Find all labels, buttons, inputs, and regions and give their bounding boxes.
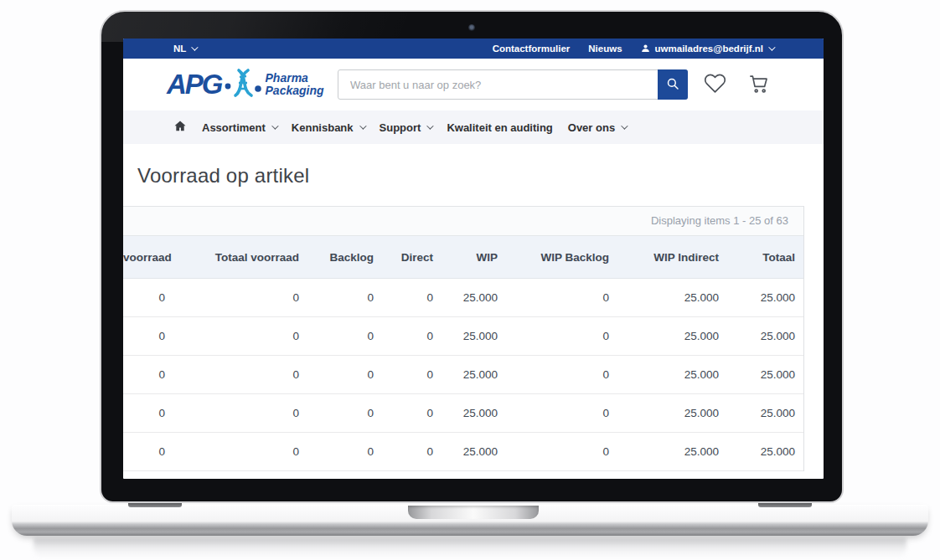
browser-viewport: NL Contactformulier Nieuws uwmailadres@b…	[123, 39, 824, 479]
chevron-down-icon	[768, 44, 775, 50]
table-cell: 25.000	[617, 433, 727, 471]
cart-icon	[747, 85, 770, 97]
stock-table-card: Displaying items 1 - 25 of 63 voorraadTo…	[123, 206, 804, 471]
lid-notch	[408, 506, 539, 519]
language-selector[interactable]: NL	[173, 44, 196, 54]
home-icon	[173, 120, 187, 135]
column-header[interactable]: WIP Backlog	[506, 236, 617, 279]
table-cell: 25.000	[442, 433, 506, 471]
table-cell: 0	[123, 356, 173, 394]
table-cell: 0	[173, 394, 307, 433]
chevron-down-icon	[359, 122, 366, 129]
column-header[interactable]: Backlog	[307, 236, 382, 279]
table-cell: 25.000	[727, 317, 803, 356]
table-cell: 25.000	[617, 356, 727, 394]
table-cell: 25.000	[442, 356, 506, 394]
nav-item-label: Support	[380, 121, 421, 134]
column-header[interactable]: Totaal voorraad	[173, 236, 307, 279]
table-cell: 0	[173, 433, 307, 471]
table-cell: 25.000	[727, 433, 803, 471]
table-cell: 0	[307, 433, 382, 471]
account-menu[interactable]: uwmailadres@bedrijf.nl	[641, 44, 773, 54]
table-row: 000025.000025.00025.000	[123, 279, 803, 317]
table-cell: 0	[307, 317, 382, 356]
laptop-bezel: NL Contactformulier Nieuws uwmailadres@b…	[100, 10, 844, 503]
heart-icon	[704, 85, 726, 97]
chevron-down-icon	[192, 44, 199, 50]
table-cell: 0	[173, 279, 307, 317]
webcam-icon	[468, 24, 475, 31]
page-title: Voorraad op artikel	[137, 164, 824, 188]
table-cell: 25.000	[442, 317, 506, 356]
table-row: 000025.000025.00025.000	[123, 356, 803, 394]
table-cell: 25.000	[617, 279, 727, 317]
nav-item-label: Kwaliteit en auditing	[447, 121, 552, 134]
site-logo[interactable]: APG Pharma P	[167, 66, 324, 103]
account-email: uwmailadres@bedrijf.nl	[655, 44, 763, 54]
table-cell: 0	[307, 394, 382, 433]
table-cell: 0	[123, 317, 173, 356]
search-bar	[338, 69, 688, 100]
nav-item-label: Assortiment	[202, 121, 266, 134]
nav-item-support[interactable]: Support	[380, 121, 432, 134]
column-header[interactable]: voorraad	[123, 236, 173, 279]
table-body: 000025.000025.00025.000000025.000025.000…	[123, 279, 803, 471]
home-nav-item[interactable]	[173, 120, 187, 135]
table-cell: 0	[506, 394, 617, 433]
table-cell: 25.000	[442, 279, 506, 317]
nav-item-kennisbank[interactable]: Kennisbank	[292, 121, 364, 134]
table-cell: 0	[173, 356, 307, 394]
search-input[interactable]	[338, 69, 688, 100]
nav-item-assortiment[interactable]: Assortiment	[202, 121, 276, 134]
table-cell: 0	[307, 356, 382, 394]
nav-item-label: Over ons	[568, 121, 615, 134]
hinge-cover-right	[758, 503, 812, 507]
column-header[interactable]: Direct	[382, 236, 442, 279]
table-cell: 25.000	[727, 394, 803, 433]
search-icon	[665, 76, 680, 94]
top-utility-bar: NL Contactformulier Nieuws uwmailadres@b…	[123, 39, 824, 59]
table-row: 000025.000025.00025.000	[123, 433, 803, 471]
nav-item-label: Kennisbank	[292, 121, 354, 134]
chevron-down-icon	[427, 122, 434, 129]
site-header: APG Pharma P	[123, 59, 824, 110]
hinge-cover-left	[128, 503, 182, 507]
table-cell: 25.000	[727, 356, 803, 394]
cart-button[interactable]	[746, 72, 770, 95]
contact-form-link[interactable]: Contactformulier	[493, 44, 571, 54]
table-cell: 25.000	[727, 279, 803, 317]
news-link[interactable]: Nieuws	[588, 44, 622, 54]
table-cell: 0	[307, 279, 382, 317]
table-cell: 0	[173, 317, 307, 356]
table-cell: 25.000	[617, 317, 727, 356]
table-cell: 0	[382, 433, 442, 471]
logo-tagline: Pharma Packaging	[266, 72, 324, 97]
table-cell: 25.000	[442, 394, 506, 433]
column-header[interactable]: WIP Indirect	[617, 236, 727, 279]
logo-tagline-line1: Pharma	[266, 72, 324, 85]
table-cell: 0	[382, 356, 442, 394]
chevron-down-icon	[271, 122, 278, 129]
search-button[interactable]	[658, 69, 688, 100]
table-cell: 0	[382, 394, 442, 433]
user-icon	[641, 44, 650, 54]
table-cell: 0	[506, 433, 617, 471]
page-content: Voorraad op artikel Displaying items 1 -…	[123, 164, 824, 471]
table-row: 000025.000025.00025.000	[123, 394, 803, 433]
stock-table: voorraadTotaal voorraadBacklogDirectWIPW…	[123, 235, 803, 471]
table-row: 000025.000025.00025.000	[123, 317, 803, 356]
table-cell: 25.000	[617, 394, 727, 433]
column-header[interactable]: Totaal	[727, 236, 803, 279]
table-cell: 0	[123, 433, 173, 471]
nav-item-kwaliteit-en-auditing[interactable]: Kwaliteit en auditing	[447, 121, 552, 134]
table-cell: 0	[382, 279, 442, 317]
language-label: NL	[173, 44, 186, 54]
laptop-base	[12, 505, 928, 536]
chevron-down-icon	[621, 122, 628, 129]
pagination-status: Displaying items 1 - 25 of 63	[123, 207, 803, 235]
wishlist-button[interactable]	[703, 72, 726, 95]
column-header[interactable]: WIP	[442, 236, 506, 279]
laptop-reflection	[34, 538, 906, 558]
table-header-row: voorraadTotaal voorraadBacklogDirectWIPW…	[123, 236, 803, 279]
nav-item-over-ons[interactable]: Over ons	[568, 121, 626, 134]
